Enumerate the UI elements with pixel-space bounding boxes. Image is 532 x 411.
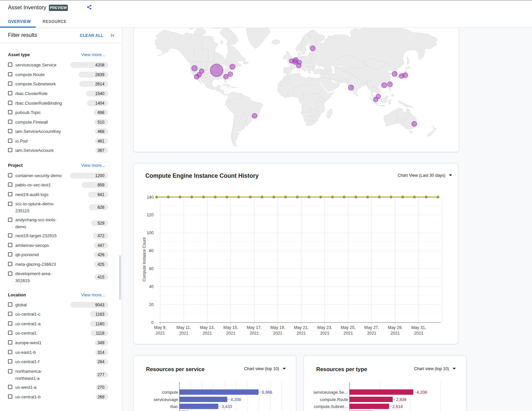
- svg-text:May 11,: May 11,: [177, 325, 191, 330]
- svg-text:2021: 2021: [202, 331, 212, 336]
- svg-text:2021: 2021: [273, 331, 282, 336]
- svg-text:serviceusage: serviceusage: [154, 397, 178, 402]
- svg-text:May 15,: May 15,: [223, 325, 238, 330]
- svg-text:2021: 2021: [179, 331, 189, 336]
- svg-text:2,839: 2,839: [396, 397, 406, 402]
- svg-text:2021: 2021: [414, 331, 423, 336]
- svg-text:2,614: 2,614: [392, 404, 403, 409]
- svg-text:May 21,: May 21,: [294, 325, 309, 330]
- svg-text:2021: 2021: [250, 331, 259, 336]
- svg-text:40: 40: [149, 284, 154, 289]
- svg-text:100: 100: [147, 231, 154, 235]
- svg-text:May 17,: May 17,: [247, 325, 261, 330]
- svg-text:2021: 2021: [343, 331, 353, 336]
- svg-text:rbac: rbac: [170, 404, 178, 409]
- svg-text:4,208: 4,208: [417, 390, 427, 395]
- svg-text:4,208: 4,208: [231, 397, 241, 402]
- svg-text:compute.Route: compute.Route: [320, 397, 348, 402]
- svg-text:2021: 2021: [391, 331, 400, 336]
- svg-text:compute: compute: [162, 390, 178, 395]
- svg-text:80: 80: [149, 249, 154, 253]
- svg-text:60: 60: [149, 266, 154, 271]
- svg-text:2021: 2021: [367, 331, 376, 336]
- svg-text:3,433: 3,433: [222, 404, 232, 409]
- svg-text:0: 0: [151, 320, 154, 325]
- svg-text:serviceusage.Se…: serviceusage.Se…: [313, 390, 348, 395]
- svg-text:2021: 2021: [297, 331, 306, 336]
- svg-text:2021: 2021: [226, 331, 235, 336]
- svg-text:Compute Instance Count: Compute Instance Count: [142, 237, 147, 281]
- svg-text:140: 140: [147, 195, 154, 200]
- svg-text:May 31,: May 31,: [411, 325, 426, 330]
- svg-text:May 9,: May 9,: [154, 325, 167, 330]
- svg-text:May 13,: May 13,: [200, 325, 214, 330]
- svg-text:May 23,: May 23,: [317, 325, 332, 330]
- svg-text:2021: 2021: [320, 331, 330, 336]
- svg-text:2021: 2021: [156, 331, 165, 336]
- svg-text:compute.Subnet…: compute.Subnet…: [314, 404, 348, 409]
- svg-text:May 29,: May 29,: [388, 325, 402, 330]
- svg-text:May 19,: May 19,: [270, 325, 285, 330]
- svg-text:120: 120: [147, 213, 154, 217]
- svg-text:20: 20: [149, 302, 154, 307]
- svg-text:May 25,: May 25,: [341, 325, 355, 330]
- svg-text:6,966: 6,966: [262, 390, 272, 395]
- svg-text:May 27,: May 27,: [364, 325, 379, 330]
